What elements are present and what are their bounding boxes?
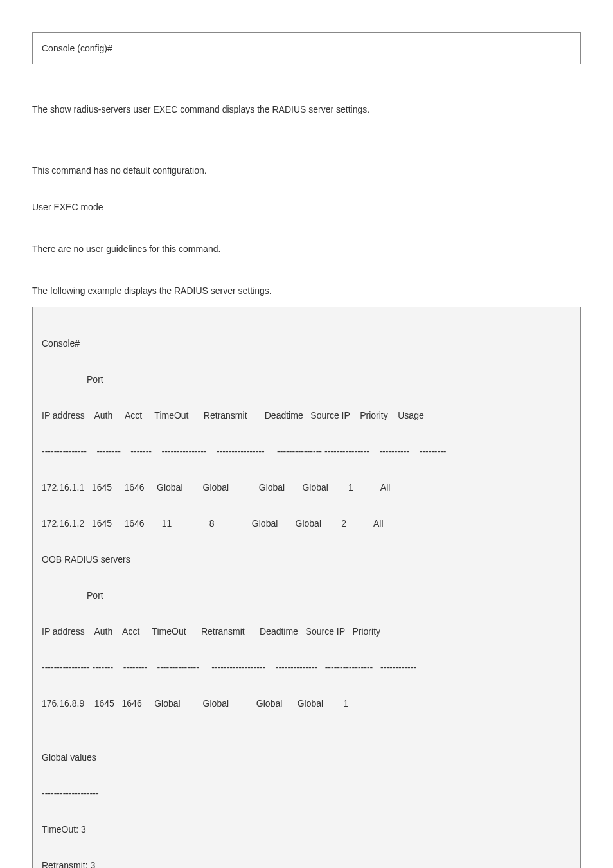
code-box: Console (config)#: [32, 32, 581, 64]
paragraph-example-intro: The following example displays the RADIU…: [32, 284, 581, 298]
output-line: OOB RADIUS servers: [42, 550, 571, 568]
output-line: TimeOut: 3: [42, 820, 571, 838]
output-line: --------------- -------- ------- -------…: [42, 442, 571, 460]
output-line: IP address Auth Acct TimeOut Retransmit …: [42, 622, 571, 640]
output-line: Global values: [42, 748, 571, 766]
output-line: IP address Auth Acct TimeOut Retransmit …: [42, 406, 571, 424]
output-line: Console#: [42, 334, 571, 352]
paragraph-mode: User EXEC mode: [32, 201, 581, 214]
paragraph-description: The show radius-servers user EXEC comman…: [32, 103, 581, 116]
output-line: 172.16.1.1 1645 1646 Global Global Globa…: [42, 478, 571, 496]
code-line: Console (config)#: [42, 43, 571, 53]
output-line: ---------------- ------- -------- ------…: [42, 658, 571, 676]
paragraph-guidelines: There are no user guidelines for this co…: [32, 242, 581, 256]
terminal-output-box: Console# Port IP address Auth Acct TimeO…: [32, 307, 581, 868]
output-line: Port: [42, 370, 571, 388]
output-line: 172.16.1.2 1645 1646 11 8 Global Global …: [42, 514, 571, 532]
output-line: Port: [42, 586, 571, 604]
paragraph-default: This command has no default configuratio…: [32, 164, 581, 177]
output-line: 176.16.8.9 1645 1646 Global Global Globa…: [42, 694, 571, 712]
output-line: Retransmit: 3: [42, 856, 571, 868]
output-line: -------------------: [42, 784, 571, 802]
